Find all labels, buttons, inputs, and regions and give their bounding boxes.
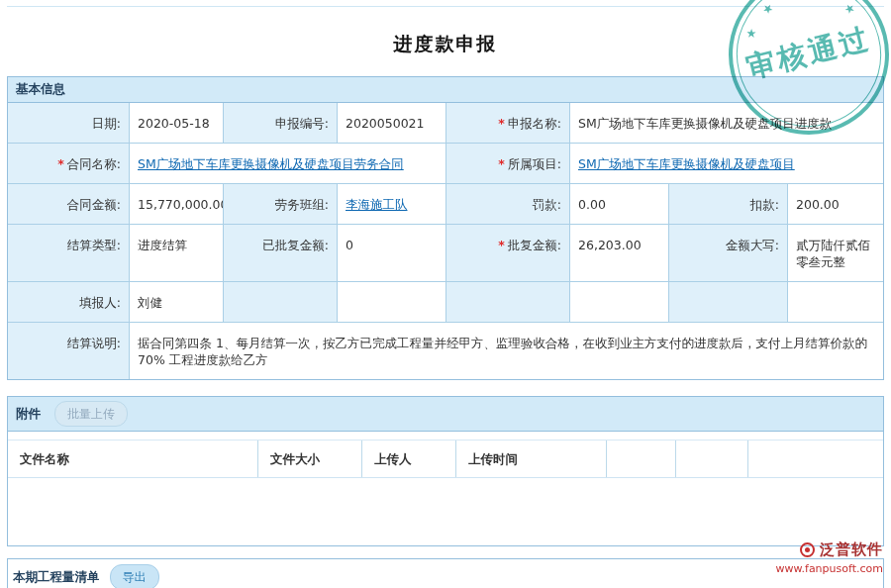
empty-cell: [446, 282, 570, 323]
attachments-col-uploader: 上传人: [362, 441, 456, 477]
value-deduction: 200.00: [788, 184, 883, 225]
attachments-col-empty: [748, 441, 883, 477]
basic-info-title: 基本信息: [16, 81, 65, 98]
value-contract-name: SM广场地下车库更换摄像机及硬盘项目劳务合同: [130, 144, 446, 184]
label-declare-name: *申报名称:: [446, 103, 570, 144]
label-date: 日期:: [8, 103, 130, 144]
attachments-col-empty: [676, 441, 748, 477]
empty-cell: [788, 282, 883, 323]
value-approved-amount: 0: [338, 225, 446, 282]
value-declare-no: 2020050021: [338, 103, 446, 144]
label-declare-no: 申报编号:: [224, 103, 338, 144]
content: 基本信息 日期: 2020-05-18 申报编号: 2020050021 *申报…: [7, 76, 884, 588]
fanpu-logo-icon: [800, 542, 815, 557]
attachments-section: 附件 批量上传 文件名称 文件大小 上传人 上传时间: [7, 396, 884, 546]
vendor-brand: 泛普软件 www.fanpusoft.com: [776, 540, 883, 575]
boq-section: 本期工程量清单 导出: [7, 558, 884, 588]
page-top-divider: [7, 6, 884, 7]
attachments-empty-area: [8, 478, 883, 545]
contract-name-link[interactable]: SM广场地下车库更换摄像机及硬盘项目劳务合同: [138, 156, 404, 171]
star-icon: ★: [759, 0, 776, 18]
required-asterisk: *: [498, 238, 505, 252]
value-filler: 刘健: [130, 282, 224, 323]
value-amount-words: 貳万陆仟贰佰零叁元整: [788, 225, 883, 282]
empty-cell: [224, 282, 338, 323]
label-labor-team: 劳务班组:: [224, 184, 338, 225]
basic-info-table: 日期: 2020-05-18 申报编号: 2020050021 *申报名称: S…: [8, 103, 883, 379]
value-project: SM广场地下车库更换摄像机及硬盘项目: [570, 144, 883, 184]
attachments-col-filename: 文件名称: [8, 441, 258, 477]
label-project: *所属项目:: [446, 144, 570, 184]
boq-header: 本期工程量清单 导出: [8, 559, 883, 588]
value-settle-note: 据合同第四条 1、每月结算一次，按乙方已完成工程量并经甲方、监理验收合格，在收到…: [130, 323, 883, 379]
boq-title: 本期工程量清单: [13, 569, 100, 586]
value-declare-name: SM广场地下车库更换摄像机及硬盘项目进度款: [570, 103, 883, 144]
label-deduction: 扣款:: [669, 184, 788, 225]
value-labor-team: 李海施工队: [338, 184, 446, 225]
basic-info-section: 基本信息 日期: 2020-05-18 申报编号: 2020050021 *申报…: [7, 76, 884, 380]
project-link[interactable]: SM广场地下车库更换摄像机及硬盘项目: [578, 156, 795, 171]
export-button[interactable]: 导出: [110, 564, 159, 588]
label-penalty: 罚款:: [446, 184, 570, 225]
value-approval-amount: 26,203.00: [570, 225, 669, 282]
label-settle-note: 结算说明:: [8, 323, 130, 379]
label-approved-amount: 已批复金额:: [224, 225, 338, 282]
attachments-header: 附件 批量上传: [8, 397, 883, 432]
label-contract-name: *合同名称:: [8, 144, 130, 184]
star-icon: ★: [842, 0, 858, 18]
label-filler: 填报人:: [8, 282, 130, 323]
empty-cell: [570, 282, 669, 323]
label-approval-amount: *批复金额:: [446, 225, 570, 282]
attachments-col-empty: [607, 441, 676, 477]
value-settle-type: 进度结算: [130, 225, 224, 282]
attachments-col-uploadtime: 上传时间: [456, 441, 607, 477]
basic-info-header: 基本信息: [8, 77, 883, 103]
required-asterisk: *: [498, 116, 505, 131]
value-date: 2020-05-18: [130, 103, 224, 144]
value-penalty: 0.00: [570, 184, 669, 225]
empty-cell: [338, 282, 446, 323]
attachments-col-filesize: 文件大小: [258, 441, 362, 477]
batch-upload-button[interactable]: 批量上传: [54, 401, 128, 427]
star-icon: ★: [787, 0, 801, 3]
label-settle-type: 结算类型:: [8, 225, 130, 282]
attachments-table: 文件名称 文件大小 上传人 上传时间: [8, 440, 883, 478]
required-asterisk: *: [57, 156, 64, 171]
label-amount-words: 金额大写:: [669, 225, 788, 282]
empty-cell: [669, 282, 788, 323]
labor-team-link[interactable]: 李海施工队: [346, 197, 408, 212]
label-contract-amount: 合同金额:: [8, 184, 130, 225]
value-contract-amount: 15,770,000.00: [130, 184, 224, 225]
vendor-name: 泛普软件: [820, 540, 883, 559]
required-asterisk: *: [498, 156, 505, 171]
vendor-url: www.fanpusoft.com: [776, 562, 883, 575]
page-title: 进度款申报: [0, 31, 891, 56]
star-icon: ★: [817, 0, 831, 3]
attachments-title: 附件: [16, 406, 41, 423]
